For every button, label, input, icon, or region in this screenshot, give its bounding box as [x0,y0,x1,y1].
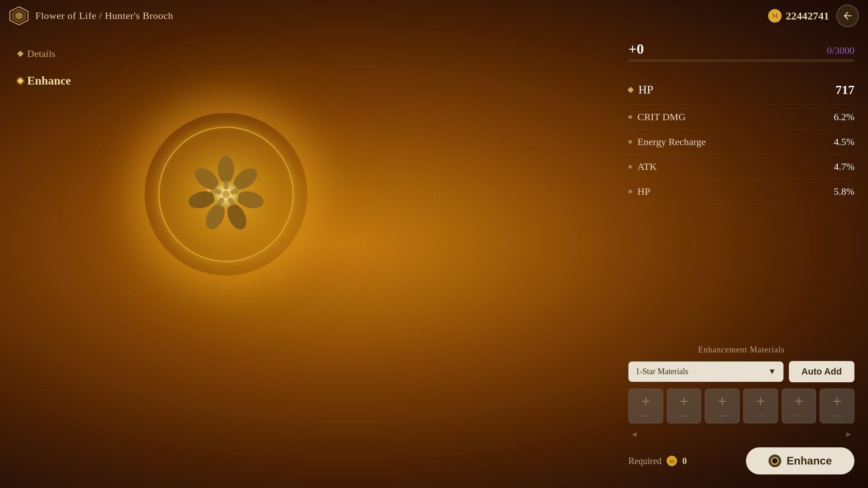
materials-controls: 1-Star Materials ▼ Auto Add [628,361,854,382]
enhance-circle-icon [769,455,781,467]
logo-icon [9,6,29,26]
required-label: Required [628,456,661,466]
nav-item-details[interactable]: Details [14,45,75,62]
substat-row-0: CRIT DMG 6.2% [628,105,854,130]
mora-icon: M [768,9,782,23]
artifact-image [181,149,271,239]
nav-diamond-enhance [17,78,24,84]
scroll-left-icon[interactable]: ◄ [630,430,638,439]
required-mora-icon: M [666,455,678,467]
top-right: M 22442741 [768,5,859,27]
page-title: Flower of Life / Hunter's Brooch [35,10,173,22]
nav-label-enhance: Enhance [27,74,71,88]
dropdown-label: 1-Star Materials [636,367,688,376]
materials-title: Enhancement Materials [628,345,854,355]
nav-diamond-details [17,51,24,57]
enhance-level: +0 [628,41,644,57]
auto-add-button[interactable]: Auto Add [789,361,854,382]
right-panel: +0 0/3000 EXP HP 717 CRIT DMG 6.2% [615,32,868,488]
substat-row-2: ATK 4.7% [628,155,854,179]
plus-icon-4: + [794,393,803,409]
substat-left-3: HP [628,186,650,197]
svg-point-6 [218,156,234,183]
substat-dot-2 [628,165,632,169]
materials-section: Enhancement Materials 1-Star Materials ▼… [628,345,854,443]
nav-label-details: Details [27,48,55,60]
substat-value-1: 4.5% [834,136,854,148]
material-slot-4[interactable]: + — [782,389,816,423]
required-amount: 0 [682,456,687,466]
plus-icon-5: + [833,393,842,409]
substat-left-2: ATK [628,161,657,173]
enhance-label: Enhance [787,455,832,467]
materials-dropdown[interactable]: 1-Star Materials ▼ [628,361,783,382]
primary-stat-diamond [627,87,634,93]
svg-point-22 [207,189,209,191]
mora-amount: 22442741 [786,10,829,22]
dropdown-arrow-icon: ▼ [768,367,776,376]
plus-icon-1: + [679,393,689,409]
material-slot-3[interactable]: + — [743,389,778,423]
slot-label-1: — [680,411,688,419]
material-slot-1[interactable]: + — [667,389,702,423]
left-nav: Details Enhance [14,45,75,90]
top-bar: Flower of Life / Hunter's Brooch M 22442… [0,0,868,32]
mora-display: M 22442741 [768,9,829,23]
primary-stat-left: HP [628,83,653,97]
enhance-button[interactable]: Enhance [746,447,854,474]
svg-point-17 [223,181,229,190]
substat-dot-1 [628,140,632,144]
artifact-container [113,81,339,307]
scroll-arrows: ◄ ► [628,430,854,439]
plus-icon-3: + [756,393,765,409]
svg-point-16 [222,191,230,198]
bottom-bar: Required M 0 Enhance [628,443,854,479]
substat-row-3: HP 5.8% [628,179,854,204]
enhance-level-row: +0 0/3000 [628,41,854,57]
substat-left-0: CRIT DMG [628,111,686,123]
substat-row-1: Energy Recharge 4.5% [628,130,854,155]
substat-value-3: 5.8% [834,186,854,197]
slot-label-5: — [834,411,841,419]
svg-text:M: M [772,13,778,19]
nav-item-enhance[interactable]: Enhance [14,71,75,90]
primary-stat-row: HP 717 [628,75,854,105]
substat-value-0: 6.2% [834,111,854,123]
material-slots: + — + — + — + — + — + — [628,389,854,423]
substat-name-1: Energy Recharge [637,136,706,148]
material-slot-2[interactable]: + — [705,389,740,423]
top-left: Flower of Life / Hunter's Brooch [9,6,173,26]
primary-stat-name: HP [638,83,653,97]
slot-label-0: — [642,411,649,419]
substat-name-0: CRIT DMG [637,111,686,123]
required-row: Required M 0 [628,455,687,467]
scroll-right-icon[interactable]: ► [844,430,853,439]
slot-label-2: — [719,411,726,419]
svg-text:M: M [670,459,675,464]
substat-dot-0 [628,115,632,119]
enhance-inner-circle [771,457,779,465]
slot-label-4: — [795,411,802,419]
substat-value-2: 4.7% [834,161,854,173]
exp-fraction: 0/3000 [827,45,854,56]
substat-dot-3 [628,190,632,193]
plus-icon-2: + [718,393,727,409]
substat-left-1: Energy Recharge [628,136,706,148]
back-button[interactable] [836,5,859,27]
exp-bar-container: EXP [628,59,854,62]
plus-icon-0: + [641,393,650,409]
slot-label-3: — [757,411,764,419]
material-slot-5[interactable]: + — [820,389,854,423]
primary-stat-value: 717 [835,83,854,97]
substat-name-2: ATK [637,161,657,173]
stats-container: HP 717 CRIT DMG 6.2% Energy Recharge 4.5… [628,75,854,336]
substat-name-3: HP [637,186,650,197]
material-slot-0[interactable]: + — [628,389,663,423]
